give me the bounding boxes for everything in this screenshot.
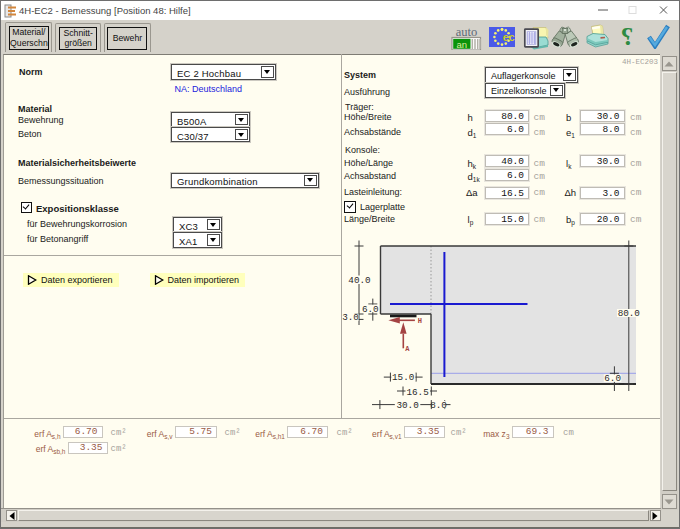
svg-text:8.0: 8.0: [430, 400, 447, 411]
svg-text:A: A: [405, 345, 410, 353]
svg-text:an: an: [457, 39, 468, 50]
svg-text:6.0: 6.0: [604, 373, 621, 384]
svg-text:80.0: 80.0: [618, 308, 640, 319]
svg-text:auto: auto: [456, 25, 478, 39]
svg-text:3.0: 3.0: [342, 312, 359, 323]
svg-text:H: H: [418, 317, 422, 325]
svg-text:40.0: 40.0: [348, 275, 370, 286]
svg-text:30.0: 30.0: [396, 400, 418, 411]
svg-text:6.0: 6.0: [362, 304, 379, 315]
svg-text:16.5: 16.5: [406, 387, 428, 398]
svg-text:ec: ec: [503, 31, 515, 43]
svg-text:15.0: 15.0: [392, 372, 414, 383]
